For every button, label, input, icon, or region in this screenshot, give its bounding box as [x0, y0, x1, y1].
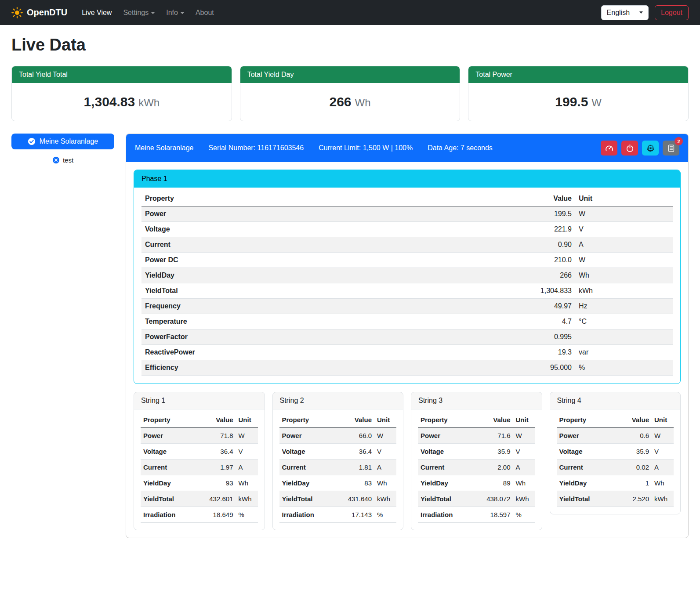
event-count-badge: 2 — [675, 137, 683, 145]
value-cell: 432.601 — [204, 491, 236, 507]
brand-label: OpenDTU — [27, 7, 67, 18]
table-row: YieldTotal431.640kWh — [279, 491, 397, 507]
table-row: YieldDay89Wh — [418, 475, 535, 491]
value-cell: 19.3 — [526, 345, 575, 360]
inverter-select-button-active[interactable]: Meine Solaranlage — [11, 134, 114, 149]
nav-item-settings[interactable]: Settings — [117, 5, 160, 20]
property-cell: Frequency — [141, 299, 526, 314]
unit-cell: A — [575, 237, 673, 253]
card-title: Total Power — [468, 66, 688, 83]
nav-item-info-label: Info — [166, 9, 178, 16]
unit-cell: W — [652, 428, 674, 444]
table-row: YieldTotal2.520kWh — [557, 491, 674, 507]
value-cell: 1.81 — [343, 460, 374, 475]
property-cell: Power — [557, 428, 620, 444]
unit-cell: var — [575, 345, 673, 360]
table-row: Irradiation18.649% — [141, 507, 258, 523]
device-info-button[interactable] — [642, 141, 659, 156]
property-cell: YieldDay — [141, 268, 526, 283]
table-header-row: Property Value Unit — [279, 412, 397, 428]
string-2-table: Property Value Unit Power66.0WVoltage36.… — [279, 412, 397, 523]
table-row: Irradiation17.143% — [279, 507, 397, 523]
value-cell: 93 — [204, 475, 236, 491]
inverter-panel-header: Meine Solaranlage Serial Number: 1161716… — [126, 134, 688, 162]
table-row: ReactivePower19.3var — [141, 345, 673, 360]
string-4-card: String 4 Property Value Unit — [550, 392, 681, 514]
table-row: YieldDay1Wh — [557, 475, 674, 491]
unit-cell: A — [513, 460, 535, 475]
property-cell: YieldDay — [557, 475, 620, 491]
value-cell: 1 — [620, 475, 652, 491]
property-cell: YieldTotal — [418, 491, 482, 507]
unit-cell: kWh — [513, 491, 535, 507]
table-row: YieldDay266Wh — [141, 268, 673, 283]
nav-item-live-view[interactable]: Live View — [76, 5, 117, 20]
gauge-icon — [605, 144, 613, 152]
value-cell: 35.9 — [482, 444, 513, 460]
total-power-value: 199.5 — [555, 94, 588, 109]
language-select[interactable]: English — [601, 5, 649, 20]
column-header-property: Property — [557, 412, 620, 428]
unit-cell: Wh — [374, 475, 396, 491]
table-row: Current1.97A — [141, 460, 258, 475]
page-title: Live Data — [11, 36, 689, 54]
value-cell: 36.4 — [204, 444, 236, 460]
navbar-right: English Logout — [601, 5, 689, 20]
value-cell: 66.0 — [343, 428, 374, 444]
value-cell: 210.0 — [526, 253, 575, 268]
power-button[interactable] — [621, 141, 638, 156]
string-card-title: String 3 — [411, 392, 542, 409]
inverter-serial: Serial Number: 116171603546 — [208, 144, 304, 152]
chevron-down-icon — [151, 12, 155, 14]
property-cell: YieldDay — [141, 475, 204, 491]
limit-settings-button[interactable] — [601, 141, 617, 156]
column-header-property: Property — [279, 412, 343, 428]
inverter-panel: Meine Solaranlage Serial Number: 1161716… — [126, 134, 689, 538]
column-header-unit: Unit — [575, 191, 673, 206]
table-row: YieldDay93Wh — [141, 475, 258, 491]
chevron-down-icon — [181, 12, 184, 14]
unit-cell: % — [575, 360, 673, 376]
column-header-value: Value — [482, 412, 513, 428]
property-cell: Power DC — [141, 253, 526, 268]
logout-button[interactable]: Logout — [655, 5, 689, 20]
language-select-value: English — [607, 9, 630, 17]
unit-cell: % — [236, 507, 258, 523]
value-cell: 18.597 — [482, 507, 513, 523]
unit-cell: A — [652, 460, 674, 475]
table-row: Efficiency95.000% — [141, 360, 673, 376]
table-row: Power DC210.0W — [141, 253, 673, 268]
main-content: Live Data Total Yield Total 1,304.83kWh … — [0, 25, 700, 550]
column-header-unit: Unit — [374, 412, 396, 428]
value-cell: 2.00 — [482, 460, 513, 475]
property-cell: Irradiation — [418, 507, 482, 523]
value-cell: 0.995 — [526, 329, 575, 345]
value-cell: 49.97 — [526, 299, 575, 314]
table-row: Voltage35.9V — [418, 444, 535, 460]
value-cell: 35.9 — [620, 444, 652, 460]
string-3-table: Property Value Unit Power71.6WVoltage35.… — [418, 412, 535, 523]
string-4-table: Property Value Unit Power0.6WVoltage35.9… — [557, 412, 674, 507]
property-cell: Current — [279, 460, 343, 475]
brand[interactable]: OpenDTU — [11, 7, 67, 18]
inverter-select-item-test[interactable]: test — [11, 156, 114, 164]
unit-cell — [575, 329, 673, 345]
property-cell: Current — [557, 460, 620, 475]
table-row: Voltage36.4V — [279, 444, 397, 460]
property-cell: Temperature — [141, 314, 526, 329]
nav-item-info[interactable]: Info — [160, 5, 190, 20]
value-cell: 4.7 — [526, 314, 575, 329]
property-cell: Voltage — [141, 444, 204, 460]
total-yield-day-value: 266 — [329, 94, 351, 109]
event-log-button[interactable]: 2 — [663, 141, 679, 156]
property-cell: Power — [418, 428, 482, 444]
total-yield-day-card: Total Yield Day 266Wh — [240, 66, 461, 121]
string-1-table: Property Value Unit Power71.8WVoltage36.… — [141, 412, 258, 523]
strings-grid: String 1 Property Value Unit — [134, 392, 681, 530]
check-circle-icon — [28, 137, 36, 145]
unit-cell: V — [652, 444, 674, 460]
unit-cell: A — [374, 460, 396, 475]
table-row: Current0.02A — [557, 460, 674, 475]
nav-item-about[interactable]: About — [190, 5, 220, 20]
table-row: YieldDay83Wh — [279, 475, 397, 491]
